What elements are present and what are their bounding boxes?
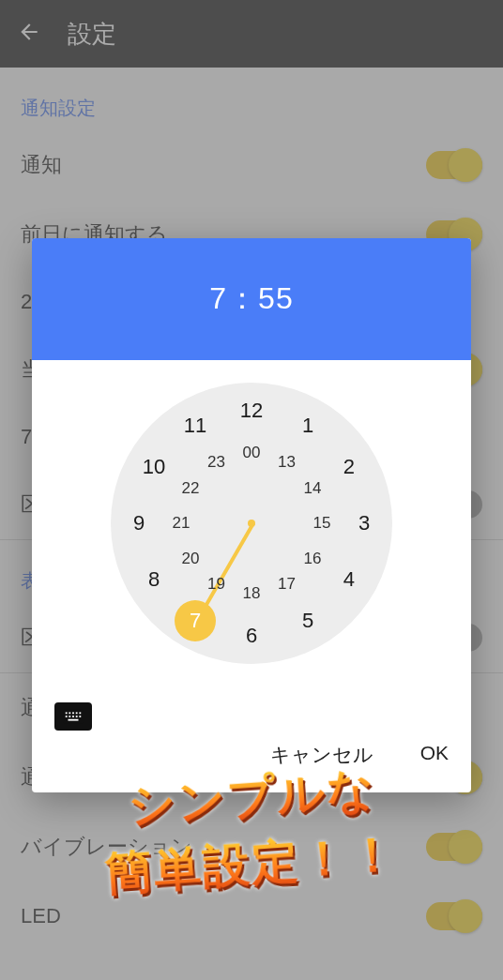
clock-hour-14[interactable]: 14: [303, 479, 321, 498]
cancel-button[interactable]: キャンセル: [261, 734, 383, 776]
svg-rect-11: [69, 719, 79, 721]
svg-rect-8: [72, 716, 74, 717]
svg-rect-5: [79, 712, 81, 714]
clock-hour-8[interactable]: 8: [148, 567, 160, 592]
dialog-header: 7：55: [32, 238, 471, 360]
clock-hour-21[interactable]: 21: [173, 514, 191, 533]
clock-hour-18[interactable]: 18: [243, 584, 261, 603]
ok-button[interactable]: OK: [411, 734, 458, 776]
svg-rect-10: [79, 716, 81, 717]
svg-rect-4: [76, 712, 78, 714]
clock-hour-20[interactable]: 20: [182, 550, 200, 568]
clock-hour-4[interactable]: 4: [343, 567, 355, 592]
clock-hour-9[interactable]: 9: [133, 511, 145, 535]
svg-rect-3: [72, 712, 74, 714]
clock-hour-5[interactable]: 5: [302, 609, 313, 633]
time-picker-dialog: 7：55 7 121234568910110013141516171819202…: [32, 238, 471, 792]
time-display[interactable]: 7：55: [209, 279, 293, 320]
clock-selected-hour[interactable]: 7: [175, 600, 216, 641]
clock-hour-22[interactable]: 22: [182, 479, 200, 498]
keyboard-icon[interactable]: [54, 702, 92, 731]
clock-hour-11[interactable]: 11: [184, 414, 206, 438]
clock-hour-19[interactable]: 19: [207, 575, 225, 594]
svg-rect-7: [69, 716, 70, 717]
clock-hour-6[interactable]: 6: [246, 624, 257, 648]
svg-rect-1: [66, 712, 68, 714]
svg-rect-6: [66, 716, 68, 717]
clock-hour-3[interactable]: 3: [358, 511, 370, 535]
clock-hour-17[interactable]: 17: [278, 575, 296, 594]
clock-face[interactable]: 7 12123456891011001314151617181920212223: [111, 383, 392, 664]
clock-hour-12[interactable]: 12: [240, 399, 263, 423]
dialog-body: 7 12123456891011001314151617181920212223: [32, 360, 471, 792]
svg-rect-9: [76, 716, 78, 717]
svg-rect-2: [69, 712, 70, 714]
clock-hour-00[interactable]: 00: [243, 444, 261, 462]
clock-hour-1[interactable]: 1: [302, 414, 313, 438]
clock-hour-2[interactable]: 2: [343, 455, 355, 479]
clock-hour-16[interactable]: 16: [303, 550, 321, 568]
clock-hour-13[interactable]: 13: [278, 453, 296, 472]
clock-hour-15[interactable]: 15: [313, 514, 331, 533]
dialog-actions: キャンセル OK: [261, 734, 458, 776]
clock-hour-10[interactable]: 10: [143, 455, 165, 479]
clock-hour-23[interactable]: 23: [207, 453, 225, 472]
